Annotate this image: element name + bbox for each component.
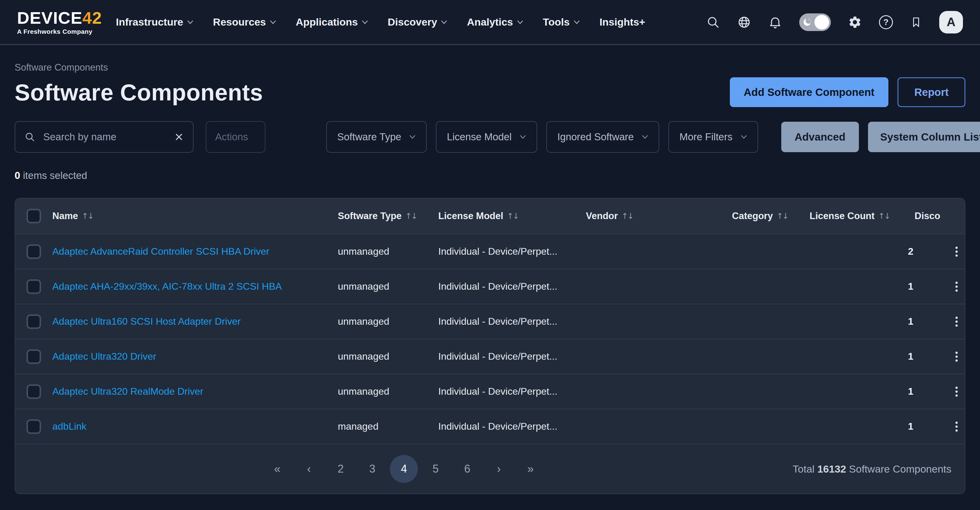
sort-icon[interactable]: ↑↓ bbox=[406, 211, 417, 221]
settings-gear-icon[interactable] bbox=[848, 15, 862, 29]
license-model-cell: Individual - Device/Perpet... bbox=[438, 316, 586, 327]
software-type-cell: unmanaged bbox=[338, 246, 438, 257]
page-title: Software Components bbox=[14, 79, 263, 106]
select-all-checkbox[interactable] bbox=[27, 209, 41, 223]
clear-search-icon[interactable] bbox=[174, 132, 184, 142]
row-checkbox[interactable] bbox=[27, 315, 41, 329]
row-menu-kebab-icon[interactable] bbox=[950, 315, 963, 328]
report-button[interactable]: Report bbox=[897, 77, 966, 107]
selected-count: 0 bbox=[14, 170, 20, 181]
chevron-down-icon bbox=[517, 20, 523, 24]
header-actions: Add Software Component Report bbox=[730, 77, 966, 107]
last-page-button[interactable]: » bbox=[517, 455, 544, 483]
component-name-link[interactable]: Adaptec AHA-29xx/39xx, AIC-78xx Ultra 2 … bbox=[52, 281, 282, 292]
breadcrumb[interactable]: Software Components bbox=[14, 62, 966, 73]
chevron-down-icon bbox=[441, 20, 447, 24]
dark-mode-toggle[interactable] bbox=[799, 13, 831, 31]
column-header-vendor[interactable]: Vendor↑↓ bbox=[586, 211, 732, 221]
license-count-cell: 1 bbox=[810, 281, 915, 292]
row-checkbox[interactable] bbox=[27, 280, 41, 294]
row-checkbox[interactable] bbox=[27, 350, 41, 364]
select-all-cell bbox=[15, 209, 52, 223]
row-checkbox[interactable] bbox=[27, 384, 41, 399]
column-header-software-type[interactable]: Software Type↑↓ bbox=[338, 211, 438, 221]
column-header-discovered[interactable]: Disco bbox=[915, 211, 948, 221]
page-button-4-active[interactable]: 4 bbox=[390, 455, 418, 483]
row-menu-kebab-icon[interactable] bbox=[950, 280, 963, 293]
nav-item-discovery[interactable]: Discovery bbox=[388, 16, 448, 28]
nav-item-infrastructure[interactable]: Infrastructure bbox=[116, 16, 194, 28]
license-model-filter[interactable]: License Model bbox=[436, 121, 537, 153]
ignored-software-filter[interactable]: Ignored Software bbox=[546, 121, 659, 153]
component-name-link[interactable]: Adaptec Ultra160 SCSI Host Adapter Drive… bbox=[52, 316, 241, 327]
table-row: adbLink managed Individual - Device/Perp… bbox=[15, 409, 965, 444]
row-menu-kebab-icon[interactable] bbox=[950, 350, 963, 363]
logo-text-primary: DEVICE bbox=[17, 10, 83, 27]
license-model-cell: Individual - Device/Perpet... bbox=[438, 281, 586, 292]
license-count-cell: 1 bbox=[810, 421, 915, 432]
sort-icon[interactable]: ↑↓ bbox=[878, 211, 890, 221]
column-header-category[interactable]: Category↑↓ bbox=[732, 211, 810, 221]
component-name-link[interactable]: Adaptec AdvanceRaid Controller SCSI HBA … bbox=[52, 246, 269, 257]
main-menu: Infrastructure Resources Applications Di… bbox=[116, 16, 645, 28]
nav-item-insights[interactable]: Insights+ bbox=[600, 16, 645, 28]
device42-logo[interactable]: DEVICE42 A Freshworks Company bbox=[17, 10, 102, 35]
row-menu-kebab-icon[interactable] bbox=[950, 245, 963, 258]
more-filters-dropdown[interactable]: More Filters bbox=[668, 121, 758, 153]
total-count-value: 16132 bbox=[818, 463, 846, 475]
system-column-list-button[interactable]: System Column List bbox=[868, 122, 980, 152]
license-count-cell: 2 bbox=[810, 246, 915, 257]
help-icon[interactable]: ? bbox=[879, 15, 893, 29]
chevron-down-icon bbox=[187, 20, 194, 24]
sort-icon[interactable]: ↑↓ bbox=[507, 211, 519, 221]
sort-icon[interactable]: ↑↓ bbox=[81, 211, 93, 221]
globe-icon[interactable] bbox=[737, 15, 751, 29]
component-name-link[interactable]: Adaptec Ultra320 RealMode Driver bbox=[52, 386, 203, 397]
row-menu-kebab-icon[interactable] bbox=[950, 420, 963, 433]
user-avatar[interactable]: A bbox=[939, 11, 963, 33]
next-page-button[interactable]: › bbox=[485, 455, 513, 483]
license-model-cell: Individual - Device/Perpet... bbox=[438, 386, 586, 397]
table-header-row: Name↑↓ Software Type↑↓ License Model↑↓ V… bbox=[15, 199, 965, 234]
sort-icon[interactable]: ↑↓ bbox=[776, 211, 788, 221]
search-input[interactable] bbox=[43, 131, 167, 143]
column-header-license-model[interactable]: License Model↑↓ bbox=[438, 211, 586, 221]
actions-dropdown[interactable]: Actions bbox=[206, 121, 266, 153]
nav-item-resources[interactable]: Resources bbox=[213, 16, 276, 28]
license-count-cell: 1 bbox=[810, 386, 915, 397]
column-header-name[interactable]: Name↑↓ bbox=[52, 211, 338, 221]
page-button-2[interactable]: 2 bbox=[326, 455, 355, 483]
sort-icon[interactable]: ↑↓ bbox=[622, 211, 633, 221]
table-row: Adaptec Ultra320 RealMode Driver unmanag… bbox=[15, 374, 965, 409]
row-checkbox[interactable] bbox=[27, 244, 41, 259]
moon-icon bbox=[802, 17, 813, 28]
chevron-down-icon bbox=[520, 135, 526, 139]
first-page-button[interactable]: « bbox=[263, 455, 291, 483]
previous-page-button[interactable]: ‹ bbox=[295, 455, 323, 483]
page-button-6[interactable]: 6 bbox=[453, 455, 481, 483]
chevron-down-icon bbox=[641, 135, 648, 139]
advanced-button[interactable]: Advanced bbox=[781, 122, 859, 152]
search-icon[interactable] bbox=[706, 15, 720, 29]
component-name-link[interactable]: adbLink bbox=[52, 421, 86, 432]
license-count-cell: 1 bbox=[810, 351, 915, 362]
row-menu-kebab-icon[interactable] bbox=[950, 385, 963, 398]
nav-item-analytics[interactable]: Analytics bbox=[467, 16, 523, 28]
license-model-cell: Individual - Device/Perpet... bbox=[438, 246, 586, 257]
search-box[interactable] bbox=[14, 121, 194, 153]
add-software-component-button[interactable]: Add Software Component bbox=[730, 77, 889, 107]
page-button-5[interactable]: 5 bbox=[422, 455, 450, 483]
page-button-3[interactable]: 3 bbox=[358, 455, 386, 483]
bookmark-icon[interactable] bbox=[910, 15, 922, 29]
software-type-filter[interactable]: Software Type bbox=[326, 121, 427, 153]
toggle-knob bbox=[815, 15, 829, 30]
row-checkbox[interactable] bbox=[27, 419, 41, 434]
table-row: Adaptec Ultra160 SCSI Host Adapter Drive… bbox=[15, 304, 965, 339]
nav-item-applications[interactable]: Applications bbox=[296, 16, 368, 28]
nav-item-tools[interactable]: Tools bbox=[543, 16, 580, 28]
column-header-license-count[interactable]: License Count↑↓ bbox=[810, 211, 915, 221]
chevron-down-icon bbox=[409, 135, 416, 139]
logo-tagline: A Freshworks Company bbox=[17, 28, 102, 35]
notifications-bell-icon[interactable] bbox=[768, 15, 782, 29]
component-name-link[interactable]: Adaptec Ultra320 Driver bbox=[52, 351, 156, 362]
